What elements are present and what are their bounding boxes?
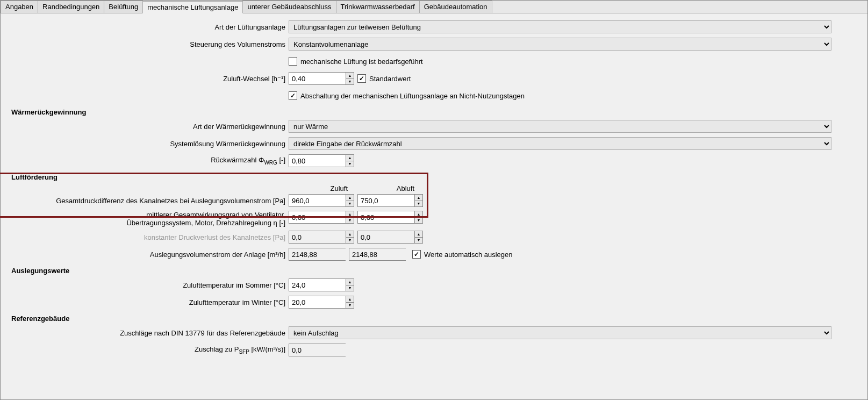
spinner-wirkungsgrad-zuluft[interactable]: ▲▼ xyxy=(346,211,354,224)
select-zuschlaege[interactable]: kein Aufschlag xyxy=(289,326,831,339)
label-zuschlag-psfp: Zuschlag zu PSFP [kW/(m³/s)] xyxy=(9,345,289,355)
checkbox-standardwert[interactable]: ✓ xyxy=(357,74,366,83)
label-zuschlaege: Zuschläge nach DIN 13779 für das Referen… xyxy=(9,329,289,337)
header-zuluft: Zuluft xyxy=(292,184,358,192)
tab-bar: Angaben Randbedingungen Belüftung mechan… xyxy=(1,1,867,13)
spinner-gesamtdruck-abluft[interactable]: ▲▼ xyxy=(414,194,423,207)
section-luftfoerderung: Luftförderung xyxy=(11,173,859,181)
spinner-zuluft-sommer[interactable]: ▲▼ xyxy=(346,278,354,291)
section-referenzgebaeude: Referenzgebäude xyxy=(11,315,859,323)
tab-belueftung[interactable]: Belüftung xyxy=(104,1,143,13)
label-gesamtdruck: Gesamtdruckdifferenz des Kanalnetzes bei… xyxy=(9,197,289,205)
header-abluft: Abluft xyxy=(358,184,425,192)
column-headers: Zuluft Abluft xyxy=(292,184,859,192)
input-zuluft-sommer[interactable] xyxy=(289,278,346,291)
input-gesamtdruck-zuluft[interactable] xyxy=(289,194,346,207)
spinner-zuluft-winter[interactable]: ▲▼ xyxy=(346,296,354,309)
label-art-wrg: Art der Wärmerückgewinnung xyxy=(9,123,289,131)
label-zuluft-winter: Zulufttemperatur im Winter [°C] xyxy=(9,298,289,306)
label-art-lueftung: Art der Lüftungsanlage xyxy=(9,23,289,31)
input-druckverlust-abluft xyxy=(357,231,414,244)
input-rueckwaermzahl[interactable] xyxy=(289,154,346,167)
input-zuluft-wechsel[interactable] xyxy=(289,72,346,85)
label-auslegungsvolumen: Auslegungsvolumenstrom der Anlage [m³/h] xyxy=(9,251,289,259)
label-zuluft-wechsel: Zuluft-Wechsel [h⁻¹] xyxy=(9,75,289,83)
spinner-druckverlust-abluft: ▲▼ xyxy=(414,231,423,244)
section-waermerueckgewinnung: Wärmerückgewinnung xyxy=(11,108,859,116)
tab-trinkwarmwasserbedarf[interactable]: Trinkwarmwasserbedarf xyxy=(336,1,420,13)
checkbox-mech-bedarf[interactable] xyxy=(289,57,297,66)
input-wirkungsgrad-abluft[interactable] xyxy=(357,211,414,224)
label-mech-bedarf: mechanische Lüftung ist bedarfsgeführt xyxy=(300,58,423,66)
input-gesamtdruck-abluft[interactable] xyxy=(357,194,414,207)
label-abschaltung: Abschaltung der mechanischen Lüftungsanl… xyxy=(300,92,525,100)
input-zuluft-winter[interactable] xyxy=(289,296,346,309)
spinner-wirkungsgrad-abluft[interactable]: ▲▼ xyxy=(414,211,423,224)
section-auslegungswerte: Auslegungswerte xyxy=(11,267,859,275)
spinner-rueckwaermzahl[interactable]: ▲▼ xyxy=(346,154,354,167)
spinner-druckverlust-zuluft: ▲▼ xyxy=(346,231,354,244)
input-zuschlag-psfp xyxy=(289,344,346,356)
label-druckverlust: konstanter Druckverlust des Kanalnetzes … xyxy=(9,233,289,241)
label-rueckwaermzahl: Rückwärmzahl ΦWRG [-] xyxy=(9,156,289,166)
input-wirkungsgrad-zuluft[interactable] xyxy=(289,211,346,224)
label-standardwert: Standardwert xyxy=(369,75,411,83)
select-systemloesung[interactable]: direkte Eingabe der Rückwärmzahl xyxy=(289,137,831,150)
tab-content: Art der Lüftungsanlage Lüftungsanlagen z… xyxy=(1,13,867,369)
input-auslegungsvolumen-abluft xyxy=(349,248,406,261)
spinner-zuluft-wechsel[interactable]: ▲▼ xyxy=(346,72,354,85)
tab-angaben[interactable]: Angaben xyxy=(1,1,38,13)
checkbox-abschaltung[interactable]: ✓ xyxy=(289,91,297,100)
select-art-lueftung[interactable]: Lüftungsanlagen zur teilweisen Belüftung xyxy=(289,20,831,33)
checkbox-werte-auto[interactable]: ✓ xyxy=(412,250,421,259)
label-wirkungsgrad: mittlerer Gesamtwirkungsgrad von Ventila… xyxy=(9,211,289,227)
label-steuerung: Steuerung des Volumenstroms xyxy=(9,40,289,48)
spinner-gesamtdruck-zuluft[interactable]: ▲▼ xyxy=(346,194,354,207)
tab-randbedingungen[interactable]: Randbedingungen xyxy=(38,1,104,13)
input-auslegungsvolumen-zuluft xyxy=(289,248,346,261)
label-zuluft-sommer: Zulufttemperatur im Sommer [°C] xyxy=(9,281,289,289)
tab-unterer-gebaeudeabschluss[interactable]: unterer Gebäudeabschluss xyxy=(242,1,336,13)
select-art-wrg[interactable]: nur Wärme xyxy=(289,120,831,133)
select-steuerung[interactable]: Konstantvolumenanlage xyxy=(289,38,831,51)
tab-mech-lueftungsanlage[interactable]: mechanische Lüftungsanlage xyxy=(142,1,243,13)
tab-gebaeudeautomation[interactable]: Gebäudeautomation xyxy=(419,1,492,13)
input-druckverlust-zuluft xyxy=(289,231,346,244)
label-werte-auto: Werte automatisch auslegen xyxy=(424,251,513,259)
app-window: Angaben Randbedingungen Belüftung mechan… xyxy=(0,0,868,400)
label-systemloesung: Systemlösung Wärmerückgewinnung xyxy=(9,140,289,148)
